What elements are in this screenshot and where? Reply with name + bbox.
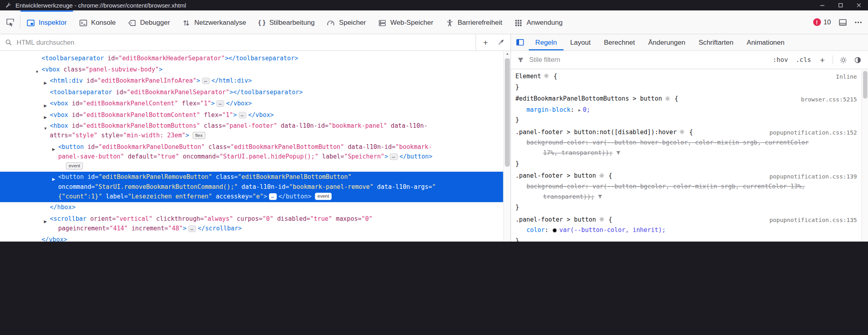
style-filter-input[interactable]	[528, 56, 769, 64]
markup-scrollbar-thumb[interactable]	[505, 58, 510, 167]
css-selector[interactable]: .panel-footer > button	[515, 216, 596, 223]
tab-barrierefreiheit[interactable]: Barrierefreiheit	[439, 10, 508, 34]
tab-konsole[interactable]: Konsole	[73, 10, 122, 34]
split-console-button[interactable]	[835, 15, 850, 29]
css-selector[interactable]: Element	[515, 73, 541, 80]
tab-anwendung[interactable]: Anwendung	[508, 10, 569, 34]
markup-scrollbar[interactable]: ▲ ▼	[503, 51, 510, 242]
css-declaration[interactable]: 17%, transparent));	[511, 148, 861, 159]
pseudo-class-panel-button[interactable]: :hov	[769, 56, 792, 63]
markup-node[interactable]: </hbox>	[0, 202, 503, 213]
selector-highlighter-icon[interactable]	[665, 95, 670, 105]
tab-stilbearbeitung[interactable]: { }Stilbearbeitung	[252, 10, 321, 34]
css-selector[interactable]: #editBookmarkPanelBottomButtons > button	[515, 95, 662, 103]
markup-node[interactable]: <toolbarseparator id="editBookmarkPanelS…	[0, 87, 503, 98]
css-property-value[interactable]: var(--button-bgcolor, color-mix(in srgb,…	[593, 183, 805, 190]
markup-node[interactable]: ▶<html:div id="editBookmarkPanelInfoArea…	[0, 75, 503, 86]
selector-highlighter-icon[interactable]	[544, 72, 550, 82]
event-badge[interactable]: event	[66, 162, 83, 169]
css-property-name[interactable]: color	[526, 226, 545, 234]
tab-netzwerkanalyse[interactable]: Netzwerkanalyse	[176, 10, 252, 34]
expand-arrow-icon[interactable]: ▶	[42, 216, 49, 224]
html-search-input[interactable]	[16, 38, 476, 47]
scroll-up-icon[interactable]: ▲	[504, 52, 510, 55]
window-maximize-button[interactable]	[831, 0, 850, 10]
class-panel-button[interactable]: .cls	[792, 56, 815, 63]
console-error-badge[interactable]: ! 10	[810, 18, 834, 26]
collapse-arrow-icon[interactable]: ▼	[42, 123, 49, 131]
css-declaration[interactable]: transparent));	[511, 192, 861, 203]
css-property-name[interactable]: background-color	[526, 139, 585, 146]
sidebar-tab-berechnet[interactable]: Berechnet	[597, 34, 642, 50]
css-declaration[interactable]: background-color: var(--button-hover-bgc…	[511, 138, 861, 148]
stylesheet-source[interactable]: popupnotification.css:139	[769, 171, 857, 181]
rules-scrollbar-thumb[interactable]	[863, 71, 867, 99]
markup-node[interactable]: ▶<button id="editBookmarkPanelRemoveButt…	[0, 172, 503, 202]
sidebar-tab-schriftarten[interactable]: Schriftarten	[692, 34, 740, 50]
stylesheet-source[interactable]: popupnotification.css:135	[769, 215, 857, 225]
collapsed-content-pill[interactable]: …	[269, 193, 277, 200]
tab-web-speicher[interactable]: Web-Speicher	[372, 10, 439, 34]
css-property-name[interactable]: background-color	[526, 183, 585, 190]
overridden-filter-icon[interactable]	[615, 149, 621, 159]
light-scheme-button[interactable]	[836, 53, 850, 67]
css-property-name[interactable]: margin-block	[526, 106, 570, 113]
sidebar-tab-animationen[interactable]: Animationen	[740, 34, 791, 50]
expand-arrow-icon[interactable]: ▶	[50, 144, 57, 151]
markup-node[interactable]: ▶<vbox id="editBookmarkPanelBottomConten…	[0, 109, 503, 120]
sidebar-tab-layout[interactable]: Layout	[564, 34, 597, 50]
three-pane-toggle-button[interactable]	[511, 34, 528, 50]
stylesheet-source[interactable]: popupnotification.css:152	[769, 127, 857, 137]
collapsed-content-pill[interactable]: …	[239, 112, 247, 119]
collapse-arrow-icon[interactable]: ▼	[34, 67, 41, 74]
css-selector[interactable]: .panel-footer > button	[515, 172, 596, 179]
css-declaration[interactable]: background-color: var(--button-bgcolor, …	[511, 182, 861, 192]
collapsed-content-pill[interactable]: …	[216, 100, 224, 107]
tab-inspektor[interactable]: Inspektor	[20, 10, 73, 34]
flex-badge[interactable]: flex	[192, 132, 205, 139]
css-selector[interactable]: .panel-footer > button:not([disabled]):h…	[515, 128, 676, 135]
css-property-value[interactable]: var(--button-hover-bgcolor, color-mix(in…	[593, 139, 809, 146]
css-property-value[interactable]: var(--button-color, inherit);	[559, 226, 665, 234]
sidebar-tab-änderungen[interactable]: Änderungen	[642, 34, 692, 50]
window-close-button[interactable]	[850, 0, 868, 10]
stylesheet-source[interactable]: browser.css:5215	[801, 94, 857, 105]
expand-arrow-icon[interactable]: ▶	[42, 78, 49, 85]
collapsed-content-pill[interactable]: …	[188, 225, 196, 232]
markup-node[interactable]: ▶<vbox id="editBookmarkPanelContent" fle…	[0, 98, 503, 109]
markup-view[interactable]: <toolbarseparator id="editBookmarkHeader…	[0, 51, 510, 242]
tab-speicher[interactable]: Speicher	[321, 10, 372, 34]
overridden-filter-icon[interactable]	[597, 192, 603, 203]
dark-scheme-button[interactable]	[850, 53, 865, 67]
expand-arrow-icon[interactable]: ▶	[42, 101, 49, 108]
markup-node[interactable]: <toolbarseparator id="editBookmarkHeader…	[0, 53, 503, 64]
eyedropper-button[interactable]	[493, 34, 509, 50]
markup-node[interactable]: ▶<scrollbar orient="vertical" clickthrou…	[0, 213, 503, 234]
devtools-menu-button[interactable]	[851, 15, 865, 29]
markup-node[interactable]: ▶<button id="editBookmarkPanelDoneButton…	[0, 141, 503, 172]
css-property-value[interactable]: 0;	[583, 106, 590, 113]
markup-node[interactable]: </vbox>	[0, 234, 503, 242]
window-minimize-button[interactable]	[813, 0, 832, 10]
rules-scrollbar[interactable]	[861, 69, 868, 242]
collapsed-content-pill[interactable]: …	[390, 153, 398, 160]
add-node-button[interactable]: +	[478, 34, 493, 50]
add-rule-button[interactable]: +	[815, 55, 830, 65]
selector-highlighter-icon[interactable]	[599, 171, 604, 182]
rules-view[interactable]: Element {Inline}#editBookmarkPanelBottom…	[511, 69, 868, 242]
event-badge[interactable]: event	[315, 192, 332, 200]
selector-highlighter-icon[interactable]	[599, 215, 604, 226]
css-declaration[interactable]: color: var(--button-color, inherit);	[511, 226, 861, 236]
css-declaration[interactable]: margin-block: ▶0;	[511, 105, 861, 115]
collapsed-content-pill[interactable]: …	[202, 78, 210, 85]
expand-arrow-icon[interactable]: ▶	[50, 174, 57, 182]
color-swatch[interactable]	[553, 228, 557, 232]
markup-node[interactable]: ▼<vbox class="panel-subview-body">	[0, 64, 503, 75]
css-property-value[interactable]: 17%, transparent));	[543, 149, 613, 157]
node-picker-button[interactable]	[0, 10, 20, 34]
selector-highlighter-icon[interactable]	[680, 128, 685, 138]
sidebar-tab-regeln[interactable]: Regeln	[529, 34, 564, 50]
expand-shorthand-icon[interactable]: ▶	[578, 108, 581, 112]
css-property-value[interactable]: transparent));	[543, 193, 595, 200]
tab-debugger[interactable]: Debugger	[122, 10, 176, 34]
